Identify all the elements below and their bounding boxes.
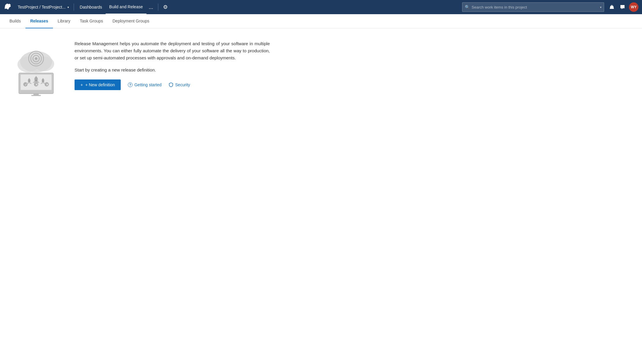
search-input[interactable] — [472, 5, 600, 9]
nav-build-release[interactable]: Build and Release — [106, 0, 146, 14]
chat-icon[interactable] — [618, 2, 627, 12]
getting-started-link[interactable]: ? Getting started — [128, 82, 162, 87]
tab-task-groups[interactable]: Task Groups — [75, 14, 108, 28]
nav-dashboards[interactable]: Dashboards — [76, 0, 106, 14]
shopping-bag-icon[interactable] — [607, 2, 617, 12]
project-dropdown-icon: ▾ — [67, 6, 69, 9]
welcome-text-container: Release Management helps you automate th… — [75, 40, 270, 90]
svg-point-24 — [28, 80, 30, 82]
svg-text:✕: ✕ — [35, 83, 38, 86]
project-name-label: TestProject / TestProject... — [18, 5, 66, 9]
main-content: ✓ ✕ ✕ — [0, 28, 355, 111]
nav-divider-2 — [158, 4, 158, 11]
welcome-description: Release Management helps you automate th… — [75, 40, 270, 61]
plus-icon: + — [80, 82, 83, 87]
project-breadcrumb[interactable]: TestProject / TestProject... ▾ — [15, 4, 71, 11]
svg-point-29 — [42, 80, 44, 82]
search-icon: 🔍 — [465, 5, 470, 9]
tab-deployment-groups[interactable]: Deployment Groups — [108, 14, 154, 28]
settings-button[interactable]: ⚙ — [161, 0, 170, 14]
secondary-navbar: Builds Releases Library Task Groups Depl… — [0, 14, 642, 28]
action-buttons-container: + + New definition ? Getting started Sec… — [75, 79, 270, 90]
welcome-section: ✓ ✕ ✕ — [9, 40, 346, 99]
tab-library[interactable]: Library — [53, 14, 75, 28]
top-navbar: TestProject / TestProject... ▾ Dashboard… — [0, 0, 642, 14]
app-logo[interactable] — [4, 2, 13, 12]
svg-text:✓: ✓ — [25, 83, 27, 86]
user-avatar[interactable]: WY — [629, 2, 638, 12]
svg-point-19 — [35, 79, 37, 81]
search-dropdown-icon: ▾ — [600, 6, 601, 9]
svg-rect-31 — [31, 95, 41, 96]
security-link[interactable]: Security — [169, 82, 190, 87]
new-definition-button[interactable]: + + New definition — [75, 79, 121, 90]
tab-releases[interactable]: Releases — [25, 14, 53, 28]
svg-point-6 — [35, 57, 38, 60]
welcome-subtitle: Start by creating a new release definiti… — [75, 67, 270, 72]
search-box[interactable]: 🔍 ▾ — [462, 2, 604, 12]
help-circle-icon: ? — [128, 82, 133, 87]
tab-builds[interactable]: Builds — [5, 14, 25, 28]
svg-text:✕: ✕ — [46, 83, 49, 86]
nav-vertical-divider — [74, 4, 74, 11]
shield-icon — [169, 82, 173, 87]
gear-icon: ⚙ — [163, 4, 168, 10]
nav-more-button[interactable]: ... — [146, 0, 156, 14]
release-illustration: ✓ ✕ ✕ — [9, 40, 63, 99]
